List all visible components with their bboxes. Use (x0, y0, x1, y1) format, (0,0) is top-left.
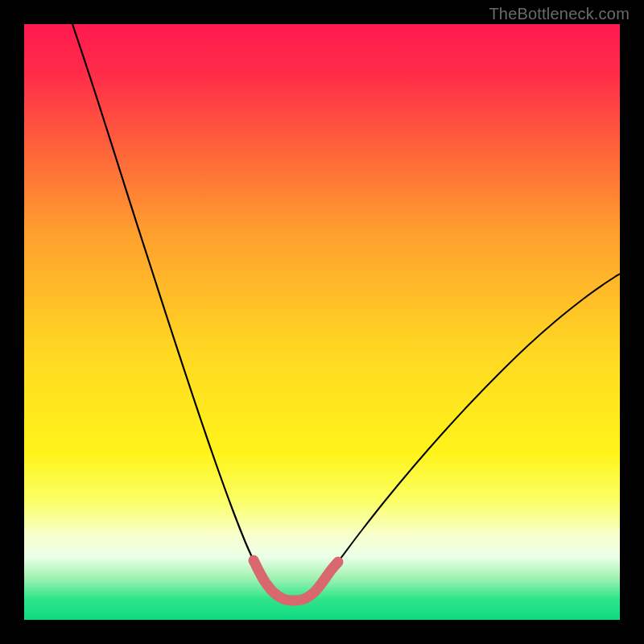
series-left-curve (72, 24, 338, 601)
series-valley-highlight (254, 560, 338, 601)
plot-area (24, 24, 620, 620)
series-right-curve (322, 274, 620, 583)
watermark-text: TheBottleneck.com (489, 5, 630, 23)
chart-frame: TheBottleneck.com (0, 0, 644, 644)
curves-layer (24, 24, 620, 620)
